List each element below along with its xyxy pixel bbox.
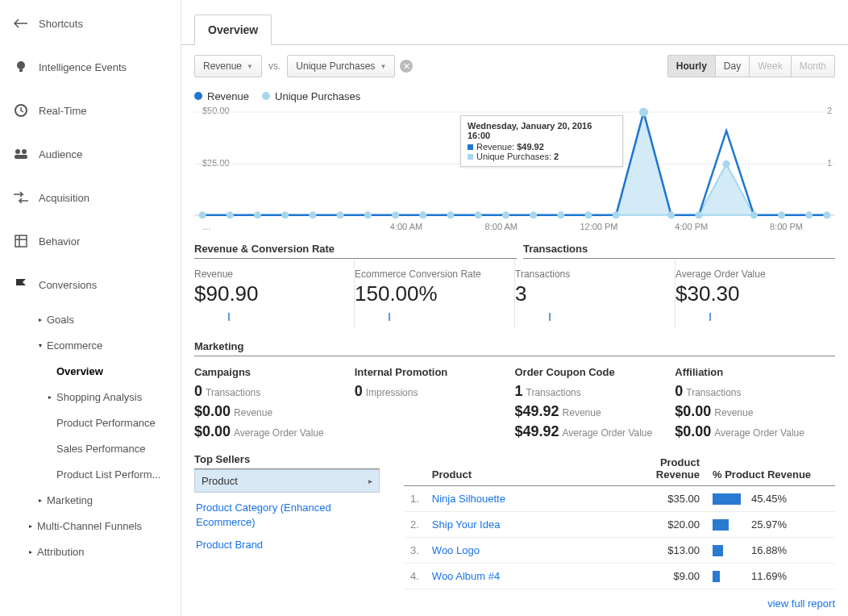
row-revenue: $20.00 [634,512,706,538]
people-icon [11,148,31,160]
metric1-label: Revenue [203,60,242,72]
svg-point-20 [475,212,481,219]
col-revenue[interactable]: Product Revenue [634,453,706,486]
metric2-label: Unique Purchases [296,60,375,72]
flag-icon [11,277,31,292]
granularity-toggle: Hourly Day Week Month [667,55,835,77]
metric-value: $30.30 [675,281,824,306]
sparkline [675,313,824,324]
row-rank: 4. [404,564,426,589]
submenu-goals[interactable]: ▸Goals [39,306,181,332]
submenu-label: Ecommerce [47,339,102,352]
col-pct[interactable]: % Product Revenue [706,453,835,486]
square-icon [468,144,473,150]
row-pct: 11.69% [706,564,835,589]
svg-point-0 [17,61,25,69]
sidebar-item-audience[interactable]: Audience [0,132,181,176]
col-product[interactable]: Product [426,453,634,486]
svg-point-26 [639,108,647,116]
sidebar-item-label: Acquisition [39,192,89,204]
ts-link-brand[interactable]: Product Brand [194,530,380,552]
sparkline [515,313,663,324]
row-pct: 25.97% [706,512,835,538]
submenu-ecommerce[interactable]: ▾Ecommerce [39,332,181,358]
caret-down-icon: ▾ [39,342,47,349]
submenu-sales-performance[interactable]: Sales Performance [48,435,181,461]
section-header-transactions: Transactions [523,243,835,259]
sidebar-item-realtime[interactable]: Real-Time [0,89,181,132]
top-sellers-sidebar: Top Sellers Product ▸ Product Category (… [194,453,380,589]
submenu-attribution[interactable]: ▸Attribution [29,539,181,564]
grain-hourly[interactable]: Hourly [668,56,716,77]
submenu-product-list-performance[interactable]: Product List Perform... [48,461,181,487]
section-header-marketing: Marketing [194,340,835,356]
svg-point-22 [530,212,537,219]
svg-point-3 [15,149,20,154]
marketing-coupon: Order Coupon Code 1Transactions $49.92Re… [515,356,675,443]
marketing-affiliation: Affiliation 0Transactions $0.00Revenue $… [675,356,835,443]
sparkline [194,313,343,324]
tooltip-row: Revenue: $49.92 [468,142,616,152]
row-rank: 3. [404,538,426,564]
x-axis: … 4:00 AM 8:00 AM 12:00 PM 4:00 PM 8:00 … [194,222,835,231]
metric-value: 3 [515,281,663,306]
submenu-overview[interactable]: Overview [48,358,181,384]
metric1-dropdown[interactable]: Revenue ▼ [194,55,262,77]
svg-point-4 [22,149,27,154]
ts-link-category[interactable]: Product Category (Enhanced Ecommerce) [194,493,380,530]
submenu-label: Marketing [47,494,93,506]
product-link[interactable]: Ninja Silhouette [432,493,505,505]
clock-icon [11,103,31,118]
metrics-headers: Revenue & Conversion Rate Transactions [194,243,835,259]
top-sellers: Top Sellers Product ▸ Product Category (… [194,453,835,589]
svg-rect-6 [15,235,27,247]
submenu-label: Product Performance [56,417,156,429]
metric-value: $90.90 [194,281,343,306]
main-content: Overview Revenue ▼ vs. Unique Purchases … [181,0,848,616]
submenu-multichannel[interactable]: ▸Multi-Channel Funnels [29,513,181,539]
dot-icon [194,92,202,100]
svg-point-10 [199,212,206,219]
metric-label: Revenue [194,268,343,280]
submenu-shopping-analysis[interactable]: ▸Shopping Analysis [48,384,181,410]
row-rank: 1. [404,486,426,512]
table-row: 2.Ship Your Idea$20.0025.97% [404,512,835,538]
svg-point-24 [585,212,592,219]
svg-point-28 [696,212,702,219]
mk-title: Order Coupon Code [515,366,667,378]
legend-revenue: Revenue [194,90,249,102]
svg-rect-1 [19,69,23,72]
sidebar-item-intelligence[interactable]: Intelligence Events [0,45,181,89]
sidebar-item-conversions[interactable]: Conversions [0,263,181,306]
metric2-dropdown[interactable]: Unique Purchases ▼ [287,55,395,77]
sidebar-item-acquisition[interactable]: Acquisition [0,176,181,219]
sidebar-item-label: Conversions [39,279,97,291]
grain-day[interactable]: Day [716,56,750,77]
tab-overview[interactable]: Overview [194,15,272,45]
submenu-product-performance[interactable]: Product Performance [48,410,181,435]
product-link[interactable]: Woo Album #4 [432,570,500,582]
row-revenue: $13.00 [634,538,706,564]
sidebar-item-behavior[interactable]: Behavior [0,219,181,263]
metric-value: 150.00% [355,281,503,306]
caret-down-icon: ▼ [380,63,386,70]
product-link[interactable]: Woo Logo [432,544,480,556]
view-full-report-link[interactable]: view full report [767,597,835,610]
chevron-right-icon: ▸ [368,477,372,485]
caret-right-icon: ▸ [29,522,37,530]
submenu-marketing[interactable]: ▸Marketing [39,487,181,513]
sidebar-item-shortcuts[interactable]: Shortcuts [0,2,181,45]
marketing-internal: Internal Promotion 0Impressions [355,356,515,443]
row-pct: 16.88% [706,538,835,564]
submenu-label: Product List Perform... [56,468,160,481]
chart[interactable]: $50.00 $25.00 2 1 Wednesday, January 20,… [194,106,835,243]
metric-revenue: Revenue $90.90 [194,259,355,329]
clear-metric2-button[interactable]: ✕ [400,60,413,73]
grain-week: Week [750,56,791,77]
row-rank: 2. [404,512,426,538]
top-sellers-selected[interactable]: Product ▸ [194,469,380,493]
sidebar-item-label: Behavior [39,235,80,248]
controls-row: Revenue ▼ vs. Unique Purchases ▼ ✕ Hourl… [181,45,848,87]
product-link[interactable]: Ship Your Idea [432,518,501,531]
caret-right-icon: ▸ [48,393,56,401]
